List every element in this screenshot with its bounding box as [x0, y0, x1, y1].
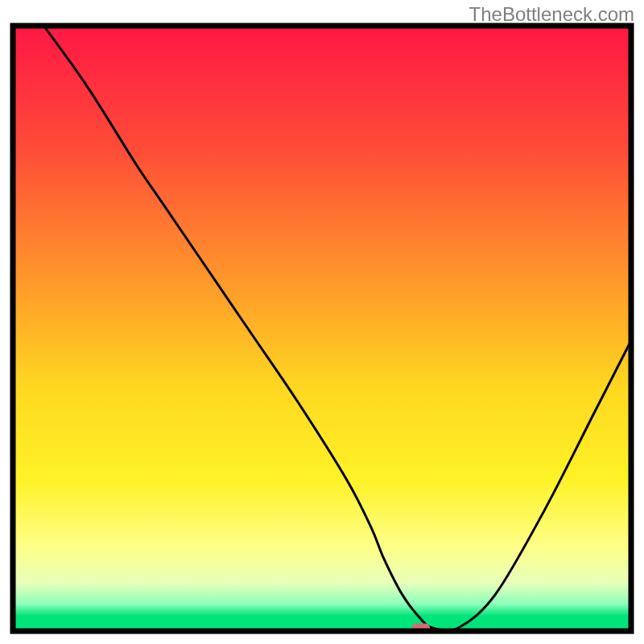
bottleneck-chart	[0, 0, 644, 644]
chart-container: TheBottleneck.com	[0, 0, 644, 644]
